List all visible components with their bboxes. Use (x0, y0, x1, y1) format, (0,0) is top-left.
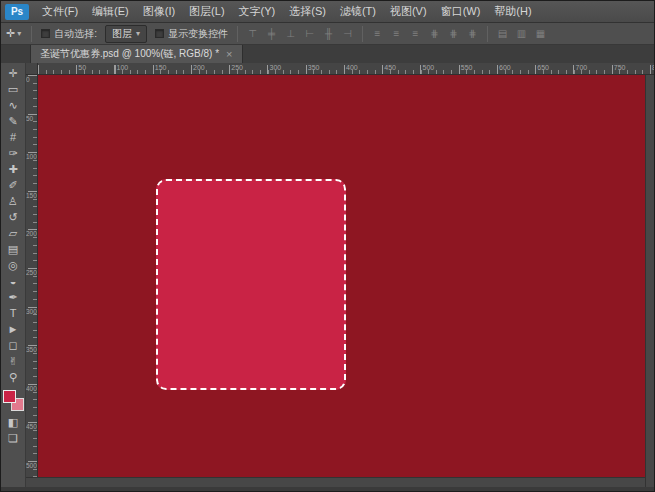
horizontal-scrollbar[interactable] (26, 477, 645, 487)
menu-item[interactable]: 窗口(W) (434, 1, 488, 22)
ruler-label: 450 (384, 64, 396, 71)
menu-item[interactable]: 滤镜(T) (333, 1, 383, 22)
distribute-vertical-centers-button[interactable]: ≡ (388, 26, 405, 42)
ruler-label: 100 (117, 64, 129, 71)
document-tab[interactable]: 圣诞节优惠券.psd @ 100%(链, RGB/8) * × (30, 45, 243, 63)
align-left-edges-button[interactable]: ⊢ (301, 26, 318, 42)
menu-bar: Ps 文件(F)编辑(E)图像(I)图层(L)文字(Y)选择(S)滤镜(T)视图… (1, 1, 654, 23)
quick-selection-tool[interactable]: ✎ (3, 113, 24, 129)
ruler-label: 150 (155, 64, 167, 71)
path-selection-tool[interactable]: ► (3, 321, 24, 337)
vertical-scrollbar[interactable] (645, 63, 654, 487)
hand-tool[interactable]: ✌ (3, 353, 24, 369)
extra-align-buttons: ▤▥▦ (493, 26, 550, 42)
auto-select-checkbox[interactable]: 自动选择: (41, 27, 97, 41)
menu-item[interactable]: 文件(F) (35, 1, 85, 22)
ruler-label: 200 (193, 64, 205, 71)
ruler-label: 0 (26, 76, 38, 83)
ruler-label: 100 (26, 153, 38, 160)
ruler-label: 250 (26, 269, 38, 276)
document-tab-bar: 圣诞节优惠券.psd @ 100%(链, RGB/8) * × (1, 45, 654, 63)
ruler-label: 300 (26, 308, 38, 315)
close-icon[interactable]: × (226, 48, 232, 60)
foreground-swatch[interactable] (3, 390, 16, 403)
status-bar (1, 487, 654, 491)
dodge-tool[interactable]: ◒ (3, 273, 24, 289)
menu-item[interactable]: 图层(L) (182, 1, 231, 22)
align-horizontal-centers-button[interactable]: ╫ (320, 26, 337, 42)
auto-select-label: 自动选择: (54, 27, 97, 41)
ruler-corner[interactable] (26, 63, 38, 75)
chevron-down-icon: ▾ (17, 29, 21, 38)
menu-item[interactable]: 选择(S) (282, 1, 333, 22)
ruler-label: 400 (26, 385, 38, 392)
divider (362, 26, 363, 42)
show-transform-label: 显示变换控件 (168, 27, 228, 41)
distribute-left-edges-button[interactable]: ⋕ (426, 26, 443, 42)
divider (31, 26, 32, 42)
history-brush-tool[interactable]: ↺ (3, 209, 24, 225)
ruler-label: 700 (576, 64, 588, 71)
distribute-buttons: ≡≡≡⋕⋕⋕ (368, 26, 482, 42)
align-right-edges-button[interactable]: ⊣ (339, 26, 356, 42)
zoom-tool[interactable]: ⚲ (3, 369, 24, 385)
distribute-bottom-edges-button[interactable]: ≡ (407, 26, 424, 42)
align-option-button[interactable]: ▥ (513, 26, 530, 42)
ruler-label: 150 (26, 192, 38, 199)
move-tool-icon: ✛ (6, 27, 15, 40)
photoshop-logo: Ps (5, 4, 29, 20)
ruler-label: 400 (346, 64, 358, 71)
clone-stamp-tool[interactable]: ♙ (3, 193, 24, 209)
ruler-label: 750 (614, 64, 626, 71)
auto-align-layers-button[interactable]: ▤ (494, 26, 511, 42)
pen-tool[interactable]: ✒ (3, 289, 24, 305)
document-tab-title: 圣诞节优惠券.psd @ 100%(链, RGB/8) * (40, 47, 219, 61)
quick-mask-button[interactable]: ◧ (3, 414, 24, 430)
screen-mode-button[interactable]: ❏ (3, 430, 24, 446)
blur-tool[interactable]: ◎ (3, 257, 24, 273)
ruler-label: 250 (231, 64, 243, 71)
menu-item[interactable]: 图像(I) (136, 1, 182, 22)
color-swatches (3, 390, 24, 411)
lasso-tool[interactable]: ∿ (3, 97, 24, 113)
type-tool[interactable]: T (3, 305, 24, 321)
align-top-edges-button[interactable]: ⊤ (244, 26, 261, 42)
auto-select-target-dropdown[interactable]: 图层 ▾ (105, 25, 147, 43)
selection-region[interactable] (156, 179, 346, 390)
ruler-top[interactable]: 5010015020025030035040045050055060065070… (38, 63, 654, 75)
eraser-tool[interactable]: ▱ (3, 225, 24, 241)
distribute-right-edges-button[interactable]: ⋕ (464, 26, 481, 42)
ruler-label: 200 (26, 230, 38, 237)
document-canvas[interactable] (38, 75, 645, 477)
align-bottom-edges-button[interactable]: ⊥ (282, 26, 299, 42)
move-tool[interactable]: ✛ (3, 65, 24, 81)
rectangular-marquee-tool[interactable]: ▭ (3, 81, 24, 97)
align-buttons: ⊤╪⊥⊢╫⊣ (243, 26, 357, 42)
shape-tool[interactable]: ◻ (3, 337, 24, 353)
show-transform-checkbox[interactable]: 显示变换控件 (155, 27, 228, 41)
gradient-tool[interactable]: ▤ (3, 241, 24, 257)
align-option2-button[interactable]: ▦ (532, 26, 549, 42)
ruler-label: 350 (26, 346, 38, 353)
align-vertical-centers-button[interactable]: ╪ (263, 26, 280, 42)
ruler-left[interactable]: 050100150200250300350400450500 (26, 75, 38, 477)
checkbox-box[interactable] (41, 29, 50, 38)
eyedropper-tool[interactable]: ✑ (3, 145, 24, 161)
menu-item[interactable]: 视图(V) (383, 1, 434, 22)
ruler-label: 50 (78, 64, 86, 71)
tool-preset-picker[interactable]: ✛ ▾ (1, 27, 26, 40)
options-bar: ✛ ▾ 自动选择: 图层 ▾ 显示变换控件 ⊤╪⊥⊢╫⊣ ≡≡≡⋕⋕⋕ ▤▥▦ (1, 23, 654, 45)
menu-item[interactable]: 编辑(E) (85, 1, 136, 22)
menu-item[interactable]: 帮助(H) (487, 1, 538, 22)
ruler-label: 350 (308, 64, 320, 71)
brush-tool[interactable]: ✐ (3, 177, 24, 193)
healing-brush-tool[interactable]: ✚ (3, 161, 24, 177)
ruler-label: 600 (499, 64, 511, 71)
divider (237, 26, 238, 42)
distribute-top-edges-button[interactable]: ≡ (369, 26, 386, 42)
menu-item[interactable]: 文字(Y) (232, 1, 283, 22)
ruler-label: 800 (652, 64, 654, 71)
crop-tool[interactable]: # (3, 129, 24, 145)
distribute-horizontal-centers-button[interactable]: ⋕ (445, 26, 462, 42)
checkbox-box[interactable] (155, 29, 164, 38)
